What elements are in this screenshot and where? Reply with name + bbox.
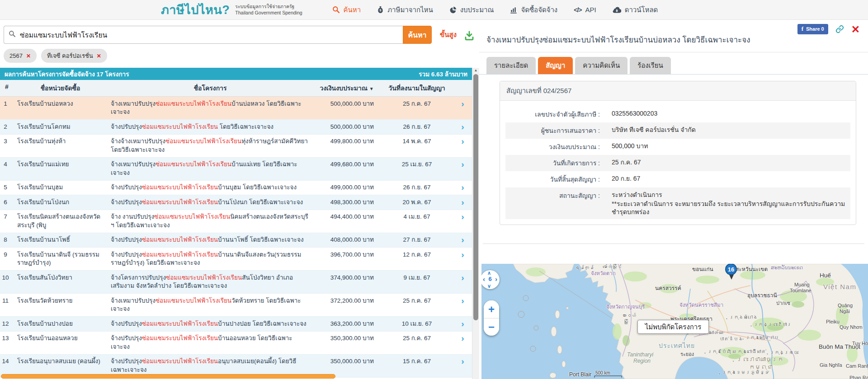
nav-item-label: งบประมาณ (460, 5, 494, 15)
scrollbar-thumb[interactable] (473, 74, 478, 320)
contract-field: วันที่เกิดรายการ :25 ก.ค. 67 (505, 155, 850, 171)
row-open-chevron-icon[interactable]: › (453, 97, 472, 119)
zoom-in-button[interactable]: + (484, 300, 499, 318)
row-sign-date: 26 ก.ย. 67 (380, 120, 453, 134)
row-open-chevron-icon[interactable]: › (453, 378, 472, 379)
row-project-name: จ้างจ้างเหมาปรับปรุงซ่อมแซมระบบไฟฟ้าโรงเ… (107, 135, 313, 157)
row-sign-date: 15 ก.ค. 67 (380, 355, 453, 377)
nav-item-tax-from[interactable]: $ภาษีมาจากไหน (377, 5, 433, 15)
search-box[interactable] (4, 26, 403, 44)
search-button[interactable]: ค้นหา (403, 26, 432, 44)
project-text-pre: จ้างปรับปรุง (111, 251, 142, 258)
row-open-chevron-icon[interactable]: › (453, 181, 472, 195)
project-text-post: บ้านบุฮม โดยวิธีเฉพาะเจาะจง (218, 184, 297, 191)
filter-tag[interactable]: ทีเจซี คอร์ปอเรชั่น✕ (41, 49, 107, 63)
code-icon: </> (574, 6, 581, 14)
search-input[interactable] (20, 31, 398, 39)
table-row[interactable]: 9โรงเรียนบ้านนาดินจี (รวมธรรมราษฎร์บำรุง… (0, 248, 472, 271)
row-sign-date: 25 เม.ย. 67 (380, 158, 453, 180)
tab-รายละเอียด[interactable]: รายละเอียด (486, 57, 536, 74)
row-open-chevron-icon[interactable]: › (453, 294, 472, 316)
zoom-out-button[interactable]: − (484, 318, 499, 336)
nav-item-search[interactable]: ค้นหา (332, 5, 361, 15)
col-amount[interactable]: วงเงินงบประมาณ ▼ (313, 80, 380, 96)
no-coordinates-tooltip: ไม่พบพิกัดโครงการ (637, 320, 709, 334)
row-open-chevron-icon[interactable]: › (453, 135, 472, 157)
table-row[interactable]: 1โรงเรียนบ้านบ่อหลวงจ้างเหมาปรับปรุงซ่อม… (0, 97, 472, 120)
remove-tag-icon[interactable]: ✕ (26, 53, 31, 59)
table-row[interactable]: 2โรงเรียนบ้านโคกทมจ้างปรับปรุงซ่อมแซมระบ… (0, 120, 472, 135)
row-number: 12 (0, 317, 14, 331)
cluster-marker[interactable]: 16 (725, 264, 737, 275)
barchart-icon (510, 6, 517, 14)
tab-ร้องเรียน[interactable]: ร้องเรียน (630, 57, 671, 74)
project-text-pre: จ้างปรับปรุง (111, 358, 142, 365)
table-row[interactable]: 11โรงเรียนวัดห้วยทรายจ้างเหมาปรับปรุงซ่อ… (0, 294, 472, 317)
table-row[interactable]: 10โรงเรียนสันโป่งวิทยาจ้างโครงการปรับปรุ… (0, 271, 472, 294)
horizontal-scrollbar-thumb[interactable] (1, 374, 335, 379)
row-open-chevron-icon[interactable]: › (453, 355, 472, 377)
map-container[interactable]: ရန်ကုန်မော်လမြိုင်จังหวัดตากนครสวรรค์จัง… (481, 264, 868, 379)
results-table-body: 1โรงเรียนบ้านบ่อหลวงจ้างเหมาปรับปรุงซ่อม… (0, 97, 472, 379)
contract-field-label: วันที่เกิดรายการ : (505, 155, 607, 171)
row-open-chevron-icon[interactable]: › (453, 158, 472, 180)
map-zoom-level: 6 (481, 276, 500, 282)
col-unit[interactable]: ชื่อหน่วยจัดซื้อ (14, 80, 107, 96)
row-open-chevron-icon[interactable]: › (453, 332, 472, 354)
vertical-scrollbar[interactable]: ▲ (472, 68, 479, 379)
contract-field-value: 0325563000203 (607, 106, 850, 122)
pan-down-icon[interactable]: ∨ (487, 283, 491, 289)
col-actions (453, 80, 472, 96)
remove-tag-icon[interactable]: ✕ (97, 53, 101, 59)
close-icon[interactable]: ✕ (851, 25, 860, 34)
project-text-pre: จ้างปรับปรุง (111, 123, 142, 130)
table-row[interactable]: 5โรงเรียนบ้านบุฮมจ้างปรับปรุงซ่อมแซมระบบ… (0, 181, 472, 196)
col-date[interactable]: วันที่ลงนามในสัญญา (380, 80, 453, 96)
results-header-bar: ผลการค้นหาโครงการจัดซื้อจัดจ้าง 17 โครงก… (0, 68, 472, 80)
results-count-label: ผลการค้นหาโครงการจัดซื้อจัดจ้าง 17 โครงก… (5, 69, 129, 79)
row-open-chevron-icon[interactable]: › (453, 248, 472, 270)
row-open-chevron-icon[interactable]: › (453, 233, 472, 248)
copy-link-icon[interactable] (835, 25, 844, 33)
download-results-icon[interactable] (464, 30, 475, 41)
nav-item-download[interactable]: ดาวน์โหลด (613, 5, 658, 15)
table-row[interactable]: 3โรงเรียนบ้านทุ่งห้าจ้างจ้างเหมาปรับปรุง… (0, 135, 472, 158)
table-row[interactable]: 8โรงเรียนบ้านนาโพธิ์จ้างปรับปรุงซ่อมแซมร… (0, 233, 472, 248)
map-pin-icon[interactable] (729, 275, 734, 280)
row-budget-amount: 500,000.00 บาท (313, 120, 380, 134)
row-number: 7 (0, 210, 14, 233)
detail-tabs: รายละเอียดสัญญาความคิดเห็นร้องเรียน (479, 57, 868, 75)
logo-wrap[interactable]: ภาษีไปไหน? ระบบข้อมูลการใช้จ่ายภาครัฐ Th… (161, 0, 302, 19)
table-row[interactable]: 13โรงเรียนบ้านออนหลวยจ้างปรับปรุงซ่อมแซม… (0, 332, 472, 355)
row-budget-amount: 396,700.00 บาท (313, 248, 380, 270)
filter-tag[interactable]: 2567✕ (4, 49, 37, 63)
nav-item-budget[interactable]: งบประมาณ (449, 5, 494, 15)
advanced-search-link[interactable]: ขั้นสูง (440, 29, 457, 40)
row-open-chevron-icon[interactable]: › (453, 210, 472, 233)
row-number: 5 (0, 181, 14, 195)
map-pan-control[interactable]: ‹ › ∧ ∨ 6 (481, 270, 500, 289)
table-row[interactable]: 7โรงเรียนนิคมสร้างตนเองจังหวัดสระบุรี (พ… (0, 210, 472, 233)
row-open-chevron-icon[interactable]: › (453, 195, 472, 210)
table-row[interactable]: 4โรงเรียนบ้านแม่เทยจ้างเหมาปรับปรุงซ่อมแ… (0, 158, 472, 181)
contract-number: สัญญาเลขที่ 024/2567 (500, 81, 856, 101)
nav-item-api[interactable]: </>API (574, 6, 596, 14)
table-row[interactable]: 12โรงเรียนบ้านปางปอยจ้างปรับปรุงซ่อมแซมร… (0, 317, 472, 332)
project-text-post: โดยวิธีเฉพาะเจาะจง (218, 123, 274, 130)
tab-สัญญา[interactable]: สัญญา (538, 57, 573, 74)
nav-items: ค้นหา$ภาษีมาจากไหนงบประมาณจัดซื้อจัดจ้าง… (332, 5, 658, 15)
nav-item-label: API (585, 6, 596, 14)
scroll-up-arrow[interactable]: ▲ (472, 68, 479, 72)
row-number: 10 (0, 271, 14, 293)
row-open-chevron-icon[interactable]: › (453, 271, 472, 293)
sort-desc-icon[interactable]: ▼ (369, 86, 374, 91)
table-row[interactable]: 6โรงเรียนบ้านโป่งนกจ้างปรับปรุงซ่อมแซมระ… (0, 195, 472, 210)
app-logo[interactable]: ภาษีไปไหน? (161, 0, 230, 19)
tab-ความคิดเห็น[interactable]: ความคิดเห็น (575, 57, 627, 74)
facebook-share-button[interactable]: f Share 0 (797, 24, 828, 34)
nav-item-procurement[interactable]: จัดซื้อจัดจ้าง (510, 5, 557, 15)
row-open-chevron-icon[interactable]: › (453, 317, 472, 331)
row-project-name: จ้างปรับปรุงซ่อมแซมระบบไฟฟ้าโรงเรียน โดย… (107, 120, 313, 134)
row-open-chevron-icon[interactable]: › (453, 120, 472, 134)
col-project[interactable]: ชื่อโครงการ (107, 80, 313, 96)
